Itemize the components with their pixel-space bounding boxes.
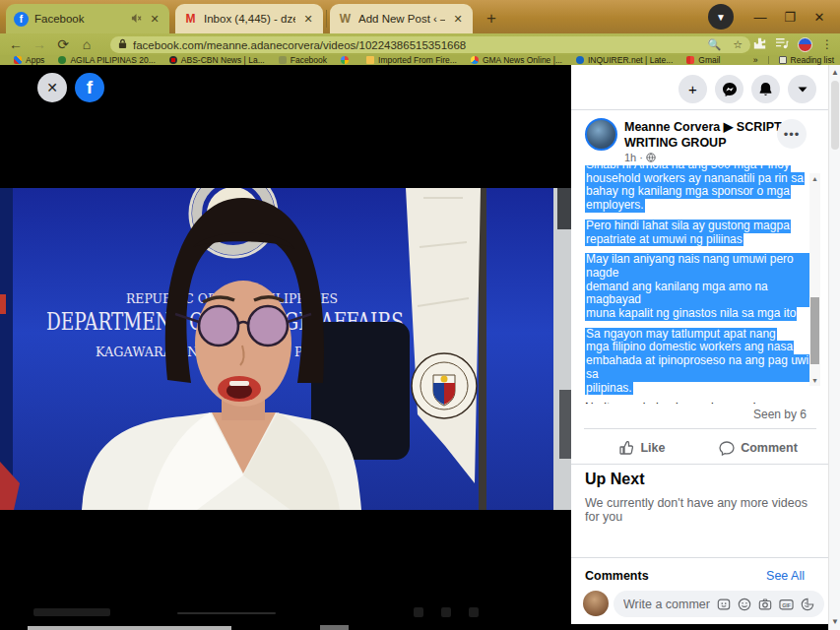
bookmark-gmail[interactable]: Gmail	[686, 55, 720, 65]
home-icon[interactable]: ⌂	[75, 36, 98, 52]
page-scroll-up-arrow[interactable]: ▲	[829, 67, 840, 79]
create-plus-button[interactable]: +	[678, 75, 707, 103]
scroll-up-arrow[interactable]: ▲	[809, 173, 820, 184]
gif-icon[interactable]: GIF	[779, 598, 794, 611]
url-text: facebook.com/meanne.adanecorvera/videos/…	[133, 39, 695, 51]
browser-chrome: f Facebook ✕ M Inbox (4,445) - dzecnews1…	[0, 0, 840, 65]
address-bar[interactable]: facebook.com/meanne.adanecorvera/videos/…	[110, 36, 750, 53]
header-divider	[571, 109, 828, 110]
toolbar-right: ⋮	[753, 33, 834, 55]
comment-label: Comment	[741, 441, 798, 455]
bookmark-label: Facebook	[291, 55, 327, 65]
bookmark-facebook[interactable]: Facebook	[279, 55, 327, 65]
media-queue-icon[interactable]	[775, 37, 789, 51]
emoji-icon[interactable]	[738, 598, 751, 611]
new-tab-button[interactable]: +	[480, 7, 503, 31]
chrome-menu-icon[interactable]: ⋮	[821, 37, 834, 51]
bookmark-agila[interactable]: AGILA PILIPINAS 20...	[58, 55, 155, 65]
window-close-button[interactable]: ✕	[805, 2, 834, 32]
bookmark-star-icon[interactable]: ☆	[733, 38, 743, 51]
thumbs-up-icon	[618, 440, 634, 456]
like-button[interactable]: Like	[584, 434, 700, 462]
browser-profile-button[interactable]: ▼	[708, 4, 734, 30]
tab-muted-speaker-icon[interactable]	[131, 13, 142, 26]
messenger-button[interactable]	[715, 75, 743, 103]
back-icon[interactable]: ←	[4, 36, 28, 52]
tab-title: Inbox (4,445) - dzecnews1062@g	[204, 13, 295, 25]
bookmark-imported-folder[interactable]: Imported From Fire...	[366, 55, 457, 65]
video-theater-panel: ✕ f REPUBLIC OF THE PHILIPPINES D	[0, 65, 571, 630]
bookmark-google[interactable]	[341, 56, 353, 64]
post-line: demand ang kanilang mga amo na magbayad	[585, 281, 811, 307]
post-paragraph: Sinabi ni Arriola na ang 300 mga Pinoy h…	[585, 165, 811, 213]
comment-user-avatar[interactable]	[583, 591, 609, 616]
video-theater-icon[interactable]	[441, 607, 451, 617]
bookmark-abscbn[interactable]: ABS-CBN News | La...	[169, 55, 265, 65]
see-all-link[interactable]: See All	[766, 569, 805, 583]
account-menu-button[interactable]	[788, 75, 816, 103]
window-restore-button[interactable]: ❐	[775, 2, 805, 32]
gma-icon	[471, 56, 479, 64]
avatar-sticker-icon[interactable]	[717, 598, 731, 611]
extensions-puzzle-icon[interactable]	[753, 37, 766, 52]
video-progress-segment[interactable]	[320, 625, 349, 630]
wordpress-favicon: W	[338, 12, 353, 27]
post-text-area[interactable]: Sinabi ni Arriola na ang 300 mga Pinoy h…	[585, 165, 811, 404]
zoom-page-icon[interactable]: 🔍	[707, 38, 721, 51]
scrollbar-thumb[interactable]	[810, 297, 819, 364]
window-minimize-button[interactable]: —	[745, 2, 775, 32]
bookmarks-overflow-chevron[interactable]: »	[753, 55, 758, 65]
tab-close-icon[interactable]: ✕	[301, 12, 315, 26]
bookmark-label: INQUIRER.net | Late...	[588, 55, 673, 65]
post-timestamp[interactable]: 1h ·	[624, 152, 656, 163]
close-video-button[interactable]: ✕	[37, 73, 67, 102]
tab-wordpress[interactable]: W Add New Post ‹ — WordPress ✕	[330, 4, 473, 33]
facebook-logo[interactable]: f	[75, 73, 104, 102]
lock-icon[interactable]	[118, 38, 127, 51]
comment-button[interactable]: Comment	[700, 434, 816, 462]
sticker-icon[interactable]	[801, 598, 814, 611]
bookmark-inquirer[interactable]: INQUIRER.net | Late...	[576, 55, 673, 65]
notifications-button[interactable]	[751, 75, 780, 103]
forward-icon[interactable]: →	[28, 36, 51, 52]
post-paragraph: Narito ang bahagi ng pahayag ni usec Sar…	[585, 402, 811, 404]
tab-gmail-inbox[interactable]: M Inbox (4,445) - dzecnews1062@g ✕	[175, 4, 323, 33]
post-author-avatar[interactable]	[585, 118, 617, 151]
page-scroll-down-arrow[interactable]: ▼	[829, 616, 840, 628]
video-fullscreen-icon[interactable]	[469, 607, 479, 617]
bookmark-label: Imported From Fire...	[378, 55, 457, 65]
comment-input[interactable]	[623, 598, 710, 611]
right-edge-strip	[553, 188, 571, 510]
video-player[interactable]: REPUBLIC OF THE PHILIPPINES DEPARTMENT O…	[0, 188, 571, 510]
screen: f Facebook ✕ M Inbox (4,445) - dzecnews1…	[0, 0, 840, 630]
bookmarks-right: » Reading list	[753, 55, 834, 65]
browser-avatar[interactable]	[798, 37, 812, 52]
post-line: pilipinas.	[585, 382, 633, 396]
tab-facebook[interactable]: f Facebook ✕	[6, 4, 169, 33]
tab-title: Add New Post ‹ — WordPress	[358, 13, 445, 25]
post-text-scrollbar[interactable]: ▲ ▼	[809, 173, 820, 386]
comment-bubble-icon	[719, 440, 735, 456]
tab-close-icon[interactable]: ✕	[148, 12, 162, 26]
post-line: May ilan aniyang nais nang umuwi pero na…	[585, 253, 811, 280]
page-scrollbar-thumb[interactable]	[831, 81, 839, 150]
bookmark-gma[interactable]: GMA News Online |...	[471, 55, 562, 65]
bookmark-apps[interactable]: Apps	[14, 55, 44, 65]
section-divider	[571, 464, 828, 465]
camera-icon[interactable]	[758, 598, 772, 611]
scroll-down-arrow[interactable]: ▼	[809, 375, 820, 386]
post-more-options-button[interactable]: •••	[777, 119, 807, 149]
seen-by-status[interactable]: Seen by 6	[753, 408, 807, 421]
video-settings-icon[interactable]	[414, 607, 423, 617]
reload-icon[interactable]: ⟳	[51, 36, 75, 52]
video-seekbar[interactable]	[177, 612, 276, 614]
post-author-name[interactable]: Meanne Corvera ▶ SCRIPT WRITING GROUP	[624, 119, 794, 152]
like-label: Like	[640, 441, 665, 455]
svg-text:GIF: GIF	[782, 601, 792, 607]
comment-input-pill[interactable]: GIF	[614, 591, 824, 617]
page-scrollbar[interactable]: ▲ ▼	[828, 65, 840, 630]
apps-grid-icon	[14, 56, 22, 64]
reading-list-button[interactable]: Reading list	[791, 55, 834, 65]
tab-close-icon[interactable]: ✕	[451, 12, 465, 26]
video-progress-bar[interactable]	[28, 626, 231, 630]
